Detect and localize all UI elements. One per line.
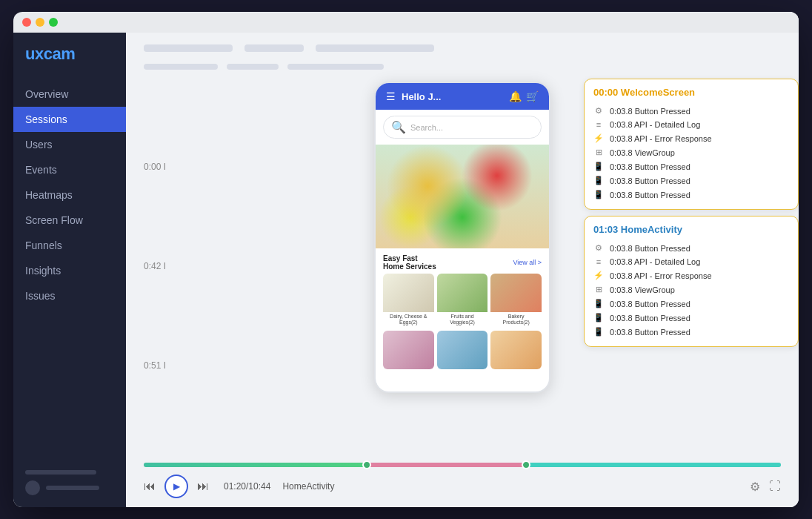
list-icon-2: ≡: [593, 257, 604, 266]
device-icon-1: 📱: [593, 162, 604, 171]
logo-area: uxcam: [13, 33, 126, 82]
timestamp-1: 0:00 I: [144, 162, 166, 172]
progress-track-pink: [367, 463, 526, 467]
sidebar-item-sessions[interactable]: Sessions: [13, 107, 126, 132]
controls-row: ⏮ ▶ ⏭ 01:20/10:44 HomeActivity ⚙ ⛶: [144, 475, 781, 498]
sidebar-item-issues[interactable]: Issues: [13, 283, 126, 308]
app-window: uxcam Overview Sessions Users Events Hea…: [13, 12, 799, 507]
event-item-1-7: 📱 0:03.8 Button Pressed: [593, 188, 789, 202]
sidebar-item-screen-flow[interactable]: Screen Flow: [13, 208, 126, 233]
grid-label-1: Dairy, Cheese &Eggs(2): [383, 312, 434, 328]
event-item-2-3: ⚡ 0:03.8 API - Error Response: [593, 268, 789, 282]
progress-track-cyan: [526, 463, 781, 467]
skel-bar-5: [227, 64, 279, 70]
grid-img-1: [383, 274, 434, 312]
controls-right: ⚙ ⛶: [750, 480, 781, 494]
grid-icon-2: ⊞: [593, 285, 604, 294]
event-item-2-1: ⚙ 0:03.8 Button Pressed: [593, 241, 789, 255]
sidebar-item-events[interactable]: Events: [13, 157, 126, 182]
sidebar-item-insights[interactable]: Insights: [13, 258, 126, 283]
event-item-2-7: 📱 0:03.8 Button Pressed: [593, 325, 789, 339]
phone-mockup-container: ☰ Hello J... 🔔 🛒 🔍 Search...: [374, 82, 550, 393]
controls-left: ⏮ ▶ ⏭ 01:20/10:44 HomeActivity: [144, 475, 334, 498]
grid-img-4: [383, 331, 434, 369]
phone-search-placeholder: Search...: [410, 123, 443, 132]
phone-header: ☰ Hello J... 🔔 🛒: [376, 83, 549, 110]
phone-mockup: ☰ Hello J... 🔔 🛒 🔍 Search...: [374, 82, 550, 393]
sidebar-decorative-bar-1: [25, 470, 96, 475]
sidebar-decorative-bar-2: [46, 486, 99, 490]
device-icon-4: 📱: [593, 299, 604, 308]
event-card-welcome-screen: 00:00 WelcomeScreen ⚙ 0:03.8 Button Pres…: [584, 79, 799, 210]
gear-icon-1: ⚙: [593, 106, 604, 116]
title-bar: [13, 12, 799, 33]
cart-icon: 🛒: [526, 90, 539, 102]
grid-item-6[interactable]: [490, 331, 542, 369]
maximize-button[interactable]: [49, 18, 58, 27]
settings-icon[interactable]: ⚙: [750, 480, 760, 494]
event-card-home-activity: 01:03 HomeActivity ⚙ 0:03.8 Button Press…: [584, 216, 799, 347]
device-icon-6: 📱: [593, 327, 604, 337]
phone-hero-image: [376, 145, 549, 248]
phone-section-label: Easy FastHome Services: [383, 254, 436, 271]
fullscreen-icon[interactable]: ⛶: [769, 480, 781, 494]
event-item-1-3: ⚡ 0:03.8 API - Error Response: [593, 131, 789, 145]
device-icon-3: 📱: [593, 190, 604, 199]
sidebar-item-funnels[interactable]: Funnels: [13, 233, 126, 258]
skel-bar-3: [316, 44, 434, 52]
skel-bar-2: [244, 44, 304, 52]
progress-bar[interactable]: [144, 463, 781, 467]
skel-bar-4: [144, 64, 218, 70]
minimize-button[interactable]: [36, 18, 44, 27]
sidebar-item-heatmaps[interactable]: Heatmaps: [13, 182, 126, 208]
skel-bar-1: [144, 44, 233, 52]
play-button[interactable]: ▶: [164, 475, 188, 498]
event-item-2-4: ⊞ 0:03.8 ViewGroup: [593, 282, 789, 297]
progress-dot-2[interactable]: [522, 460, 530, 469]
fast-forward-button[interactable]: ⏭: [197, 480, 209, 493]
device-icon-2: 📱: [593, 176, 604, 185]
sidebar-item-users[interactable]: Users: [13, 132, 126, 157]
phone-view-all[interactable]: View all >: [513, 259, 542, 266]
sidebar-bottom-row: [25, 480, 114, 495]
grid-item-3[interactable]: BakeryProducts(2): [490, 274, 542, 328]
activity-label: HomeActivity: [282, 481, 334, 492]
event-item-1-6: 📱 0:03.8 Button Pressed: [593, 173, 789, 188]
phone-search-icon: 🔍: [391, 120, 406, 134]
event-item-2-6: 📱 0:03.8 Button Pressed: [593, 311, 789, 325]
event-card-2-title: 01:03 HomeActivity: [593, 224, 789, 235]
hamburger-icon: ☰: [386, 90, 396, 102]
bolt-icon-2: ⚡: [593, 271, 604, 280]
main-content: 0:00 I 0:42 I 0:51 I ☰ Hello J... 🔔: [126, 12, 799, 507]
logo: uxcam: [25, 44, 114, 64]
event-item-2-5: 📱 0:03.8 Button Pressed: [593, 297, 789, 311]
grid-item-2[interactable]: Fruits andVeggies(2): [437, 274, 488, 328]
grid-img-6: [490, 331, 542, 369]
close-button[interactable]: [22, 18, 31, 27]
event-item-1-2: ≡ 0:03.8 API - Detailed Log: [593, 118, 789, 131]
bolt-icon-1: ⚡: [593, 133, 604, 143]
sidebar: uxcam Overview Sessions Users Events Hea…: [13, 12, 126, 507]
progress-dot-1[interactable]: [362, 460, 371, 469]
phone-section-title-row: Easy FastHome Services View all >: [376, 248, 549, 274]
grid-item-5[interactable]: [437, 331, 488, 369]
event-item-1-5: 📱 0:03.8 Button Pressed: [593, 159, 789, 173]
timestamps: 0:00 I 0:42 I 0:51 I: [144, 162, 166, 371]
hero-image-content: [376, 145, 549, 248]
event-item-1-4: ⊞ 0:03.8 ViewGroup: [593, 145, 789, 159]
gear-icon-2: ⚙: [593, 243, 604, 253]
progress-track-green: [144, 463, 367, 467]
sidebar-item-overview[interactable]: Overview: [13, 82, 126, 107]
grid-item-1[interactable]: Dairy, Cheese &Eggs(2): [383, 274, 434, 328]
event-item-2-2: ≡ 0:03.8 API - Detailed Log: [593, 255, 789, 268]
grid-item-4[interactable]: [383, 331, 434, 369]
grid-label-3: BakeryProducts(2): [490, 312, 542, 328]
notification-icon: 🔔: [509, 90, 522, 102]
event-cards-panel: 00:00 WelcomeScreen ⚙ 0:03.8 Button Pres…: [584, 79, 799, 347]
rewind-button[interactable]: ⏮: [144, 480, 156, 493]
phone-search-bar[interactable]: 🔍 Search...: [383, 116, 542, 139]
event-item-1-1: ⚙ 0:03.8 Button Pressed: [593, 104, 789, 118]
skeleton-area: [126, 33, 799, 76]
event-card-1-title: 00:00 WelcomeScreen: [593, 87, 789, 98]
player-area: 0:00 I 0:42 I 0:51 I ☰ Hello J... 🔔: [126, 76, 799, 457]
